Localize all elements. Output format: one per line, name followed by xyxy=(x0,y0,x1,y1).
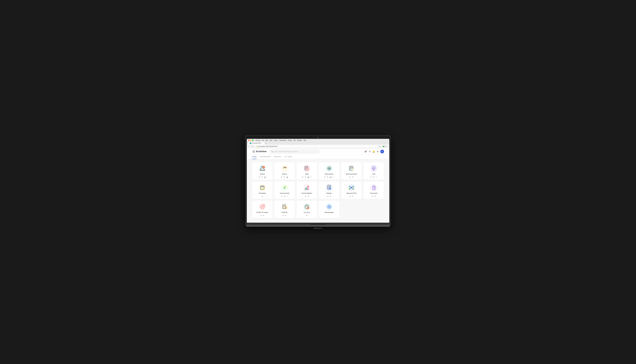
module-card-documents[interactable]: Documents ⊕ ⚗ xyxy=(363,182,384,199)
documents-filter[interactable]: ⚗ xyxy=(374,195,376,197)
extension-icon[interactable]: ⊞ xyxy=(385,146,386,147)
minimize-button[interactable] xyxy=(250,140,252,141)
observations-icon xyxy=(325,165,333,172)
avatar[interactable]: A xyxy=(380,150,384,153)
environmental-filter[interactable]: ⚗ xyxy=(284,195,285,197)
browser-icons-right: ⊕ ☆ ⊞ ⋮ xyxy=(379,146,388,147)
observations-settings[interactable]: ✂ xyxy=(333,176,334,178)
svg-point-8 xyxy=(303,165,310,172)
grid-icon[interactable]: ⊞ xyxy=(377,150,378,153)
covid-actions: ⊕ ⚗ xyxy=(260,214,264,216)
maximize-button[interactable] xyxy=(252,140,253,141)
period-statistics-actions: ⊕ ⚗ xyxy=(305,195,309,197)
svg-point-21 xyxy=(348,165,355,172)
main-area: ! ! Incident ⊕ ⚗ 📊 xyxy=(247,159,389,221)
new-tab-button[interactable]: + xyxy=(265,142,267,144)
rca-add[interactable]: ⊕ xyxy=(349,195,351,197)
svg-point-36 xyxy=(285,185,287,187)
observations-add[interactable]: ⊕ xyxy=(324,176,326,178)
incident-filter[interactable]: ⚗ xyxy=(261,176,263,178)
module-card-incident[interactable]: ! ! Incident ⊕ ⚗ 📊 xyxy=(252,162,273,180)
macbook-label: MacBook Pro xyxy=(314,228,322,229)
module-card-administration[interactable]: Administration xyxy=(319,201,339,218)
filter-icon[interactable]: ⚗ xyxy=(369,150,370,153)
audit-add[interactable]: ⊕ xyxy=(302,176,303,178)
tab-my-tasks[interactable]: MY TASKS xyxy=(285,154,292,159)
risk-add[interactable]: ⊕ xyxy=(349,176,351,178)
tab-reports[interactable]: REPORTS xyxy=(274,154,281,159)
pow-ra-filter[interactable]: ⚗ xyxy=(285,214,287,216)
module-card-risk-assessment[interactable]: Risk Assessment ⊕ ⚗ xyxy=(341,162,362,180)
module-card-pow-ra[interactable]: POW RA ⊕ ⚗ xyxy=(274,201,295,218)
observations-chart[interactable]: 📊 xyxy=(329,176,332,178)
actions-label: Actions xyxy=(282,173,287,175)
module-card-period-statistics[interactable]: Period Statistics ⊕ ⚗ xyxy=(297,182,317,199)
actions-filter[interactable]: ⚗ xyxy=(283,176,285,178)
risk-assessment-icon xyxy=(348,165,355,172)
svg-point-55 xyxy=(349,188,350,190)
module-card-advanced-rca[interactable]: Advanced RCA ⊕ ⚗ xyxy=(341,182,362,199)
module-card-scheduling[interactable]: Scheduling ⊕ xyxy=(252,182,273,199)
csr-icon xyxy=(370,165,377,172)
csr-add[interactable]: ⊕ xyxy=(370,176,372,178)
observations-filter[interactable]: ⚗ xyxy=(327,176,328,178)
scheduling-add[interactable]: ⊕ xyxy=(262,195,263,197)
close-button[interactable] xyxy=(248,140,250,141)
module-card-lost-time[interactable]: Lost Time ⚗ xyxy=(297,201,317,218)
module-card-covid-tracker[interactable]: COVID-19 Tracker ⊕ ⚗ xyxy=(252,201,273,218)
audit-chart[interactable]: 📊 xyxy=(307,176,309,178)
tab-home[interactable]: HOME xyxy=(252,154,257,159)
audit-filter[interactable]: ⚗ xyxy=(304,176,306,178)
environmental-add[interactable]: ⊕ xyxy=(281,195,283,197)
tab-close-icon[interactable]: ✕ xyxy=(262,142,263,144)
traffic-lights xyxy=(248,140,253,141)
svg-point-61 xyxy=(370,184,377,191)
audit-settings[interactable]: ✂ xyxy=(310,176,312,178)
register-actions: ⊕ ⚗ xyxy=(327,195,331,197)
menu-icon[interactable]: ⋮ xyxy=(387,146,388,147)
incident-label: Incident xyxy=(260,173,265,175)
zoom-icon[interactable]: ⊕ xyxy=(379,146,380,147)
bell-icon[interactable]: 🔔 xyxy=(372,150,375,153)
documents-add[interactable]: ⊕ xyxy=(372,195,373,197)
period-stats-add[interactable]: ⊕ xyxy=(305,195,306,197)
environmental-label: Environmental xyxy=(280,192,289,194)
period-stats-filter[interactable]: ⚗ xyxy=(307,195,309,197)
tab-dashboards[interactable]: DASHBOARDS xyxy=(260,154,271,159)
risk-filter[interactable]: ⚗ xyxy=(352,176,353,178)
module-card-actions[interactable]: Actions ⊕ ⚗ 📊 xyxy=(274,162,295,180)
rocket-icon[interactable]: 🚀 xyxy=(364,150,367,153)
incident-add[interactable]: ⊕ xyxy=(259,176,260,178)
covid-add[interactable]: ⊕ xyxy=(260,214,262,216)
search-bar[interactable]: 🔍 Type a keyword to begin your search xyxy=(269,150,320,153)
covid-filter[interactable]: ⚗ xyxy=(263,214,264,216)
module-card-csr[interactable]: CSR ⊕ ⚗ ✂ xyxy=(363,162,384,180)
pow-ra-add[interactable]: ⊕ xyxy=(282,214,284,216)
actions-add[interactable]: ⊕ xyxy=(281,176,282,178)
csr-filter[interactable]: ⚗ xyxy=(373,176,374,178)
incident-chart[interactable]: 📊 xyxy=(264,176,266,178)
rca-filter[interactable]: ⚗ xyxy=(352,195,353,197)
csr-settings[interactable]: ✂ xyxy=(375,176,377,178)
back-button[interactable]: ‹ xyxy=(248,145,249,148)
app-logo: EcoOnline xyxy=(252,150,267,153)
actions-chart[interactable]: 📊 xyxy=(286,176,288,178)
module-card-environmental[interactable]: Environmental ⊕ ⚗ ✂ xyxy=(274,182,295,199)
lost-time-filter[interactable]: ⚗ xyxy=(306,214,308,216)
address-bar[interactable]: 🔒 uk.airsweb.net/EcoPilot/#/Home/ xyxy=(255,145,378,148)
covid-tracker-icon xyxy=(259,203,266,210)
module-card-observations[interactable]: Observations ⊕ ⚗ 📊 ✂ xyxy=(319,162,339,180)
svg-point-27 xyxy=(370,165,377,172)
observations-actions: ⊕ ⚗ 📊 ✂ xyxy=(324,176,334,178)
actions-icon xyxy=(281,165,288,172)
register-filter[interactable]: ⚗ xyxy=(330,195,331,197)
star-icon[interactable]: ☆ xyxy=(381,146,382,147)
environmental-settings[interactable]: ✂ xyxy=(286,195,288,197)
register-add[interactable]: ⊕ xyxy=(327,195,329,197)
browser-tab[interactable]: Ecoonline EHS ✕ xyxy=(248,142,264,144)
scheduling-actions: ⊕ xyxy=(262,195,263,197)
forward-button[interactable]: › xyxy=(250,145,251,148)
module-card-audit[interactable]: Audit ⊕ ⚗ 📊 ✂ xyxy=(297,162,317,180)
module-card-register[interactable]: Register ⊕ ⚗ xyxy=(319,182,339,199)
reload-button[interactable]: ↻ xyxy=(252,145,254,148)
